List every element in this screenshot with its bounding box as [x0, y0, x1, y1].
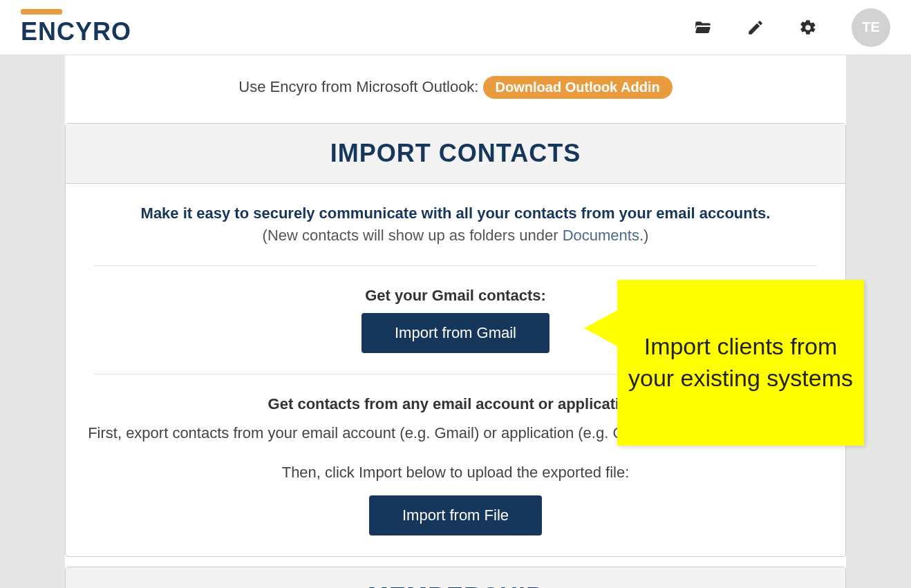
import-sub-text: (New contacts will show up as folders un…: [79, 227, 832, 245]
download-outlook-addin-button[interactable]: Download Outlook Addin: [483, 76, 673, 99]
import-sub-prefix: (New contacts will show up as folders un…: [263, 227, 563, 244]
import-sub-suffix: .): [639, 227, 648, 244]
import-from-gmail-button[interactable]: Import from Gmail: [361, 313, 550, 353]
compose-icon[interactable]: [746, 19, 764, 37]
import-from-file-button[interactable]: Import from File: [369, 495, 542, 535]
gear-icon[interactable]: [799, 19, 817, 37]
import-panel-title: IMPORT CONTACTS: [73, 139, 838, 168]
topbar-right: TE: [694, 8, 890, 47]
callout-annotation: Import clients from your existing system…: [617, 280, 864, 446]
membership-panel-header: MEMBERSHIP: [66, 567, 845, 588]
callout-text: Import clients from your existing system…: [627, 331, 854, 395]
import-panel-header: IMPORT CONTACTS: [66, 124, 845, 184]
outlook-promo: Use Encyro from Microsoft Outlook: Downl…: [65, 76, 846, 99]
import-lead-text: Make it easy to securely communicate wit…: [79, 205, 832, 222]
file-desc-prefix: First, export contacts from your email a…: [88, 424, 675, 442]
divider: [93, 265, 818, 266]
logo[interactable]: ENCYRO: [21, 9, 131, 46]
callout-box: Import clients from your existing system…: [617, 280, 864, 446]
callout-arrow-icon: [584, 310, 617, 346]
logo-accent-bar: [21, 9, 62, 15]
membership-panel: MEMBERSHIP: [65, 567, 846, 588]
avatar[interactable]: TE: [852, 8, 890, 47]
outlook-lead: Use Encyro from Microsoft Outlook:: [238, 78, 482, 95]
topbar: ENCYRO TE: [0, 0, 911, 55]
documents-link[interactable]: Documents: [563, 227, 639, 244]
logo-text: ENCYRO: [21, 17, 131, 46]
membership-panel-title: MEMBERSHIP: [73, 582, 838, 588]
avatar-initials: TE: [862, 19, 880, 35]
folder-open-icon[interactable]: [694, 19, 712, 37]
then-text: Then, click Import below to upload the e…: [79, 464, 832, 482]
